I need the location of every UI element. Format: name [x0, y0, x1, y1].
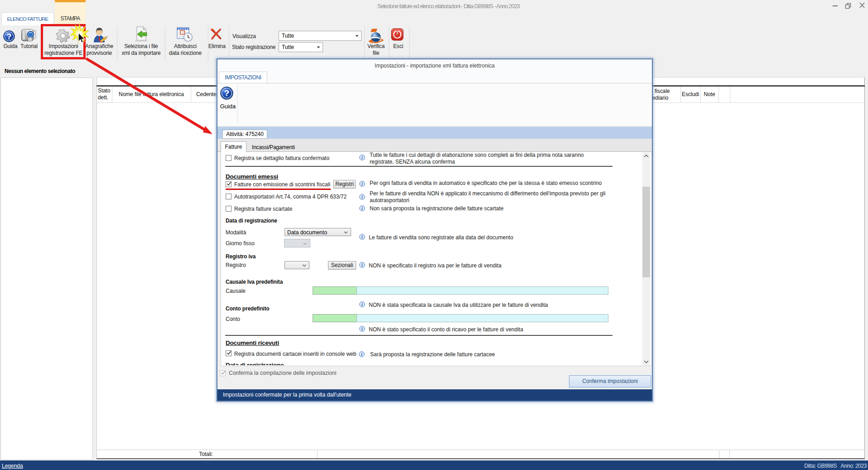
svg-text:?: ? — [224, 88, 230, 98]
svg-text:i: i — [362, 234, 363, 239]
svg-text:i: i — [361, 352, 362, 357]
svg-text:i: i — [362, 181, 363, 186]
svg-text:i: i — [362, 302, 363, 307]
svg-text:i: i — [362, 194, 363, 199]
svg-text:?: ? — [7, 32, 12, 41]
svg-text:i: i — [362, 262, 363, 267]
svg-text:i: i — [362, 326, 363, 331]
svg-text:i: i — [362, 206, 363, 211]
svg-text:i: i — [362, 155, 363, 160]
